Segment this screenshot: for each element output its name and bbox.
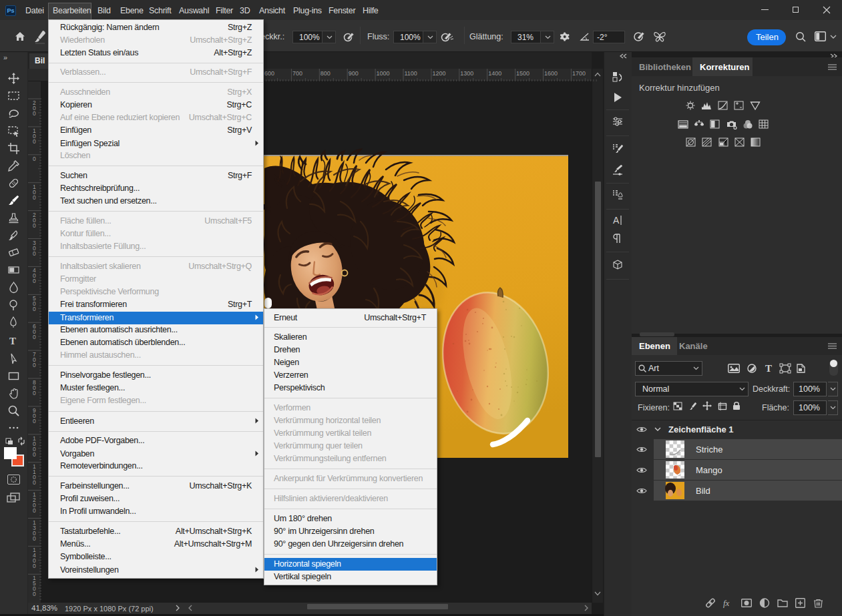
svg-text:T: T	[9, 336, 16, 346]
svg-text:T: T	[765, 363, 772, 374]
svg-text:fx: fx	[723, 598, 730, 608]
svg-text:A: A	[613, 215, 620, 226]
